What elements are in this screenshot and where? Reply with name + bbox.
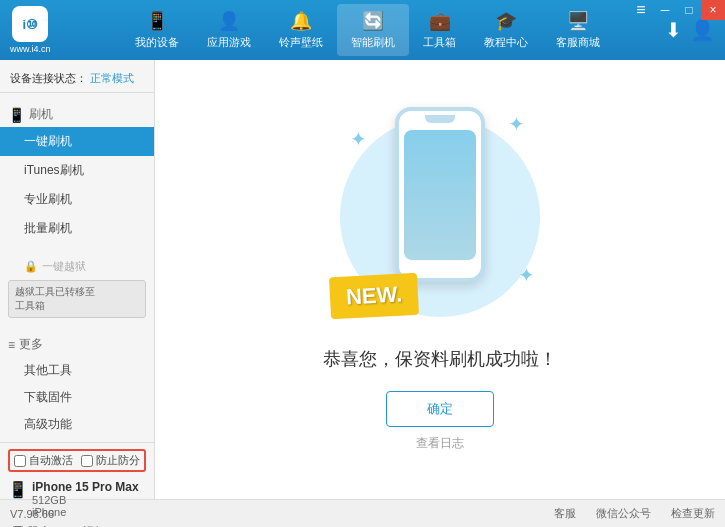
content-area: ✦ ✦ ✦ NEW. 恭喜您，保资料刷机成功啦！ 确定 查看日志 [155, 60, 725, 499]
footer-links: 客服 微信公众号 检查更新 [554, 506, 715, 521]
nav-bar: 📱 我的设备 👤 应用游戏 🔔 铃声壁纸 🔄 智能刷机 💼 工具箱 🎓 [71, 4, 665, 56]
phone-screen [404, 130, 476, 260]
success-message: 恭喜您，保资料刷机成功啦！ [323, 347, 557, 371]
footer-link-wechat[interactable]: 微信公众号 [596, 506, 651, 521]
jailbreak-notice: 越狱工具已转移至工具箱 [8, 280, 146, 318]
logo: i⑩ www.i4.cn [10, 6, 51, 54]
lock-icon: 🔒 [24, 260, 38, 273]
sidebar-item-one-click[interactable]: 一键刷机 [0, 127, 154, 156]
apps-icon: 👤 [218, 10, 240, 32]
device-storage: 512GB [32, 494, 139, 506]
flash-section-icon: 📱 [8, 107, 25, 123]
status-value: 正常模式 [90, 72, 134, 84]
nav-smart-flash[interactable]: 🔄 智能刷机 [337, 4, 409, 56]
flash-icon: 🔄 [362, 10, 384, 32]
status-label: 设备连接状态： [10, 72, 87, 84]
itunes-bar: 阻止iTunes运行 [8, 522, 146, 527]
section-header-more: ≡ 更多 [0, 332, 154, 357]
settings-wc[interactable]: ≡ [629, 0, 653, 20]
sidebar: 设备连接状态： 正常模式 📱 刷机 一键刷机 iTunes刷机 专业刷机 批量刷… [0, 60, 155, 499]
new-badge: NEW. [329, 273, 419, 320]
toolbox-icon: 💼 [429, 10, 451, 32]
app-header: i⑩ www.i4.cn 📱 我的设备 👤 应用游戏 🔔 铃声壁纸 🔄 智能刷机 [0, 0, 725, 60]
logo-icon: i⑩ [12, 6, 48, 42]
sidebar-section-flash: 📱 刷机 一键刷机 iTunes刷机 专业刷机 批量刷机 [0, 98, 154, 247]
nav-my-device[interactable]: 📱 我的设备 [121, 4, 193, 56]
nav-tutorials[interactable]: 🎓 教程中心 [470, 4, 542, 56]
logo-text: www.i4.cn [10, 44, 51, 54]
sidebar-item-advanced[interactable]: 高级功能 [0, 411, 154, 438]
status-bar: 设备连接状态： 正常模式 [0, 65, 154, 93]
header-right: ⬇ 👤 [665, 18, 715, 42]
phone-mockup [395, 107, 485, 282]
sidebar-item-download-firmware[interactable]: 下载固件 [0, 384, 154, 411]
device-name: iPhone 15 Pro Max [32, 480, 139, 494]
user-icon[interactable]: 👤 [690, 18, 715, 42]
download-icon[interactable]: ⬇ [665, 18, 682, 42]
sidebar-item-other-tools[interactable]: 其他工具 [0, 357, 154, 384]
sparkle1-icon: ✦ [350, 127, 367, 151]
footer-version: V7.98.66 [10, 508, 54, 520]
window-controls: ≡ ─ □ × [629, 0, 725, 20]
phone-device-icon: 📱 [8, 480, 28, 499]
device-icon: 📱 [146, 10, 168, 32]
restore-button[interactable]: □ [677, 0, 701, 20]
phone-illustration: ✦ ✦ ✦ NEW. [340, 107, 540, 327]
sidebar-item-jailbreak-disabled: 🔒 一键越狱 [0, 255, 154, 278]
sparkle3-icon: ✦ [518, 263, 535, 287]
auto-activate-checkbox[interactable]: 自动激活 [14, 453, 73, 468]
footer-link-update[interactable]: 检查更新 [671, 506, 715, 521]
sidebar-item-itunes[interactable]: iTunes刷机 [0, 156, 154, 185]
main-container: 设备连接状态： 正常模式 📱 刷机 一键刷机 iTunes刷机 专业刷机 批量刷… [0, 60, 725, 499]
new-badge-text: NEW. [345, 282, 402, 310]
sparkle2-icon: ✦ [508, 112, 525, 136]
tutorial-icon: 🎓 [495, 10, 517, 32]
nav-service[interactable]: 🖥️ 客服商城 [542, 4, 614, 56]
footer-link-service[interactable]: 客服 [554, 506, 576, 521]
phone-notch [425, 115, 455, 123]
time-machine-checkbox[interactable]: 防止防分 [81, 453, 140, 468]
nav-ringtones[interactable]: 🔔 铃声壁纸 [265, 4, 337, 56]
minimize-button[interactable]: ─ [653, 0, 677, 20]
confirm-button[interactable]: 确定 [386, 391, 494, 427]
sidebar-item-batch[interactable]: 批量刷机 [0, 214, 154, 243]
nav-toolbox[interactable]: 💼 工具箱 [409, 4, 470, 56]
auto-activate-input[interactable] [14, 455, 26, 467]
service-icon: 🖥️ [567, 10, 589, 32]
more-icon: ≡ [8, 338, 15, 352]
auto-activate-area: 自动激活 防止防分 [8, 449, 146, 472]
time-machine-input[interactable] [81, 455, 93, 467]
close-button[interactable]: × [701, 0, 725, 20]
ringtone-icon: 🔔 [290, 10, 312, 32]
nav-apps-games[interactable]: 👤 应用游戏 [193, 4, 265, 56]
sidebar-section-more: ≡ 更多 其他工具 下载固件 高级功能 [0, 328, 154, 442]
section-header-flash: 📱 刷机 [0, 102, 154, 127]
sidebar-item-pro[interactable]: 专业刷机 [0, 185, 154, 214]
view-log-link[interactable]: 查看日志 [416, 435, 464, 452]
